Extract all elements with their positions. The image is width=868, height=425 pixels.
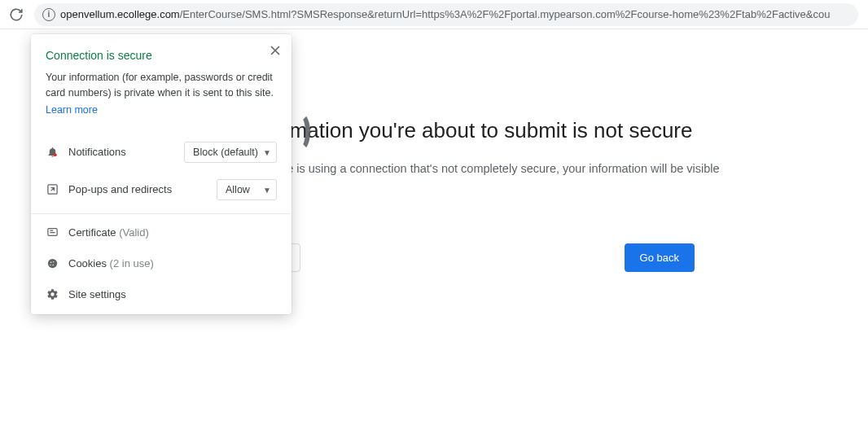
connection-description: Your information (for example, passwords… — [46, 70, 277, 101]
notifications-select[interactable]: Block (default) ▼ — [184, 142, 277, 163]
permission-popups: Pop-ups and redirects Allow ▼ — [31, 171, 292, 208]
certificate-row[interactable]: Certificate (Valid) — [31, 217, 292, 248]
browser-toolbar: i openvellum.ecollege.com/EnterCourse/SM… — [0, 0, 868, 29]
bell-icon — [46, 146, 59, 159]
close-icon — [270, 46, 280, 55]
chevron-down-icon: ▼ — [263, 185, 271, 194]
reload-button[interactable] — [7, 5, 26, 24]
site-settings-row[interactable]: Site settings — [31, 279, 292, 314]
svg-point-6 — [52, 265, 54, 266]
svg-point-4 — [50, 261, 51, 263]
url-host: openvellum.ecollege.com — [60, 8, 180, 20]
svg-point-5 — [53, 261, 54, 262]
popup-icon — [46, 183, 59, 196]
cookie-icon — [46, 257, 59, 270]
url-path: /EnterCourse/SMS.html?SMSResponse&return… — [180, 8, 831, 20]
reload-icon — [9, 7, 24, 22]
divider — [31, 213, 292, 214]
go-back-button[interactable]: Go back — [625, 243, 695, 272]
svg-point-7 — [50, 265, 50, 265]
site-info-popover: Connection is secure Your information (f… — [31, 34, 292, 314]
connection-status-title: Connection is secure — [46, 49, 277, 62]
permission-label: Notifications — [68, 146, 126, 158]
cookies-row[interactable]: Cookies (2 in use) — [31, 248, 292, 279]
close-button[interactable] — [267, 42, 283, 59]
gear-icon — [46, 288, 59, 301]
svg-point-0 — [53, 153, 56, 156]
certificate-icon — [46, 226, 59, 239]
popups-select[interactable]: Allow ▼ — [217, 179, 277, 200]
site-info-icon[interactable]: i — [42, 8, 55, 21]
permission-label: Pop-ups and redirects — [68, 183, 172, 195]
learn-more-link[interactable]: Learn more — [46, 104, 98, 116]
chevron-down-icon: ▼ — [263, 147, 271, 156]
warning-triangle-icon — [291, 112, 310, 151]
address-bar[interactable]: i openvellum.ecollege.com/EnterCourse/SM… — [34, 3, 858, 26]
svg-point-3 — [47, 259, 56, 268]
permission-notifications: Notifications Block (default) ▼ — [31, 134, 292, 171]
